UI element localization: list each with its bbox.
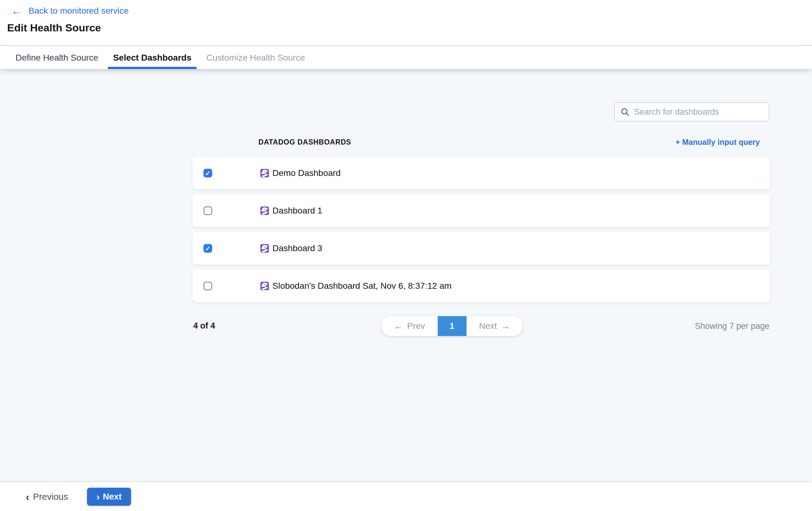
row-checkbox[interactable]: ✓ xyxy=(203,169,212,178)
active-tab-underline xyxy=(108,67,197,69)
tab-label: Select Dashboards xyxy=(113,53,191,63)
dashboard-row[interactable]: ✓ Dashboard 3 xyxy=(193,232,770,265)
row-checkbox[interactable]: ✓ xyxy=(203,244,212,253)
dashboard-name: Dashboard 3 xyxy=(272,243,322,253)
dashboard-name-cell: Dashboard 3 xyxy=(260,232,322,265)
dashboard-row[interactable]: Slobodan's Dashboard Sat, Nov 6, 8:37:12… xyxy=(193,270,770,302)
previous-label: Previous xyxy=(33,492,68,502)
tab-bar: Define Health Source Select Dashboards C… xyxy=(0,46,812,69)
dashboard-name: Slobodan's Dashboard Sat, Nov 6, 8:37:12… xyxy=(272,281,452,291)
pagination-next-button[interactable]: Next → xyxy=(467,316,523,336)
search-icon xyxy=(620,107,630,116)
search-input[interactable] xyxy=(634,107,763,117)
dashboard-name: Demo Dashboard xyxy=(272,168,341,178)
page-title: Edit Health Source xyxy=(7,22,101,34)
next-arrow-icon: → xyxy=(501,321,511,331)
datadog-dashboards-column-header: DATADOG DASHBOARDS xyxy=(258,138,351,146)
page-header: ← Back to monitored service Edit Health … xyxy=(0,0,812,46)
prev-arrow-icon: ← xyxy=(394,321,403,331)
back-link-label: Back to monitored service xyxy=(29,6,128,16)
tab-define-health-source[interactable]: Define Health Source xyxy=(16,46,98,69)
next-label: Next xyxy=(479,321,497,331)
previous-step-button[interactable]: ‹ Previous xyxy=(26,482,68,511)
next-step-button[interactable]: › Next xyxy=(87,488,131,506)
datadog-icon xyxy=(260,169,269,178)
row-checkbox[interactable] xyxy=(203,206,212,215)
result-count: 4 of 4 xyxy=(193,321,215,331)
manually-input-query-link[interactable]: + Manually input query xyxy=(675,138,760,147)
chevron-right-icon: › xyxy=(96,492,100,502)
pagination-prev-button[interactable]: ← Prev xyxy=(381,316,438,336)
dashboard-name-cell: Dashboard 1 xyxy=(260,194,322,227)
datadog-icon xyxy=(260,281,269,290)
dashboard-name: Dashboard 1 xyxy=(272,206,322,216)
dashboard-list: ✓ Demo Dashboard xyxy=(193,157,770,307)
tab-customize-health-source[interactable]: Customize Health Source xyxy=(206,46,305,69)
tab-label: Define Health Source xyxy=(16,53,98,63)
pagination-page-1[interactable]: 1 xyxy=(438,316,467,336)
datadog-icon xyxy=(260,244,269,253)
prev-label: Prev xyxy=(407,321,425,331)
dashboard-name-cell: Demo Dashboard xyxy=(260,157,341,189)
next-button-label: Next xyxy=(103,492,122,502)
chevron-left-icon: ‹ xyxy=(26,491,29,502)
dashboard-row[interactable]: Dashboard 1 xyxy=(193,194,770,227)
back-to-monitored-service-link[interactable]: ← Back to monitored service xyxy=(11,5,128,17)
per-page-label: Showing 7 per page xyxy=(695,321,770,331)
dashboard-name-cell: Slobodan's Dashboard Sat, Nov 6, 8:37:12… xyxy=(260,270,452,302)
datadog-icon xyxy=(260,206,269,215)
dashboard-search-box xyxy=(614,102,770,122)
pagination-control: ← Prev 1 Next → xyxy=(381,316,523,336)
dashboard-row[interactable]: ✓ Demo Dashboard xyxy=(193,157,770,189)
tab-select-dashboards[interactable]: Select Dashboards xyxy=(113,46,191,69)
tab-label: Customize Health Source xyxy=(206,53,305,63)
row-checkbox[interactable] xyxy=(203,281,212,290)
wizard-footer: ‹ Previous › Next xyxy=(0,482,812,511)
back-arrow-icon: ← xyxy=(11,6,22,16)
